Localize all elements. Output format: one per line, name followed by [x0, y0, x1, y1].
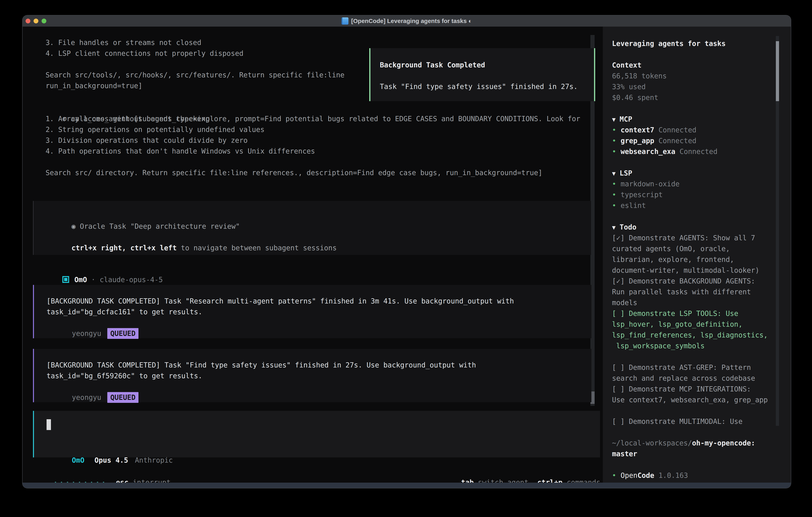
statusbar-right: tab switch agentctrl+p commands [444, 466, 601, 477]
oracle-task-line: ◉ Oracle Task "Deep architecture review" [46, 210, 240, 221]
minimize-window-button[interactable] [34, 19, 38, 23]
message-author: yeongyu [72, 329, 101, 337]
oracle-task-label: Oracle Task "Deep architecture review" [76, 222, 240, 230]
queued-badge: QUEUED [107, 392, 139, 403]
todo-item-background-agents: [✓] Demonstrate BACKGROUND AGENTS:Run pa… [612, 276, 791, 308]
mcp-status: Connected [655, 137, 697, 145]
close-window-button[interactable] [26, 19, 30, 23]
status-dot-icon: • [612, 126, 616, 134]
agent-header: OmO · claude-opus-4-5 [46, 264, 163, 274]
maximize-window-button[interactable] [41, 19, 46, 23]
status-dot-icon: • [612, 180, 616, 188]
lsp-item: •typescript [612, 189, 791, 200]
task-message-text: [BACKGROUND TASK COMPLETED] Task "Find t… [47, 360, 476, 371]
workspace-path: ~/local-workspaces/oh-my-opencode: [612, 438, 791, 448]
session-title: Leveraging agents for tasks [612, 38, 791, 49]
todo-heading: Todo [619, 223, 636, 231]
mcp-heading: MCP [619, 115, 632, 123]
context-used: 33% used [612, 81, 791, 92]
session-sidebar: Leveraging agents for tasks Context 66,5… [603, 27, 791, 483]
mcp-item: •context7 Connected [612, 125, 791, 135]
status-dot-icon: • [612, 191, 616, 199]
workspace-repo: oh-my-opencode: [692, 439, 755, 447]
window-bottom-bar [23, 483, 791, 488]
active-model-label: Opus 4.5 [94, 456, 128, 464]
mcp-section-header[interactable]: ▼MCP [612, 114, 791, 125]
provider-label: Anthropic [135, 456, 173, 464]
task-message-text: [BACKGROUND TASK COMPLETED] Task "Resear… [47, 296, 514, 306]
todo-item-lsp-tools: [ ] Demonstrate LSP TOOLS: Uselsp_hover,… [612, 308, 791, 351]
lsp-item: •eslint [612, 200, 791, 211]
todo-item-ast-grep: [ ] Demonstrate AST-GREP: Patternsearch … [612, 362, 791, 384]
task-message-meta: yeongyuQUEUED [47, 381, 139, 392]
sidebar-scrollbar-thumb[interactable] [776, 41, 779, 101]
app-name-regular: Open [620, 471, 637, 480]
status-dot-icon: • [612, 201, 616, 210]
lsp-item: •markdown-oxide [612, 179, 791, 189]
task-message-text: task_id="bg_dcfac161" to get results. [47, 306, 202, 317]
folder-icon [342, 18, 348, 25]
status-dot-icon: • [612, 137, 616, 145]
task-message-meta: yeongyuQUEUED [47, 317, 139, 328]
titlebar[interactable]: [OpenCode] Leveraging agents for tasks ◐ [23, 16, 791, 27]
mcp-name: grep_app [620, 137, 655, 145]
todo-item-multimodal: [ ] Demonstrate MULTIMODAL: Use [612, 416, 791, 427]
lsp-heading: LSP [619, 169, 632, 177]
mcp-item: •websearch_exa Connected [612, 146, 791, 157]
mcp-status: Connected [655, 126, 697, 134]
background-task-notification: Background Task Completed Task "Find typ… [369, 48, 595, 101]
chevron-down-icon: ▼ [612, 170, 616, 177]
record-icon: ◉ [71, 222, 76, 230]
chevron-down-icon: ▼ [612, 224, 616, 231]
todo-section-header[interactable]: ▼Todo [612, 222, 791, 233]
nav-hint-keys: ctrl+x right, ctrl+x left [71, 244, 177, 252]
mcp-name: websearch_exa [620, 147, 675, 156]
lsp-name: eslint [620, 201, 646, 210]
subagent-nav-hint: ctrl+x right, ctrl+x left to navigate be… [46, 232, 337, 243]
task-message-1[interactable]: [BACKGROUND TASK COMPLETED] Task "Resear… [33, 285, 591, 338]
lsp-section-header[interactable]: ▼LSP [612, 168, 791, 179]
notification-title: Background Task Completed [380, 60, 485, 71]
model-status-row: OmOOpus 4.5Anthropic [47, 444, 173, 455]
agent-model: claude-opus-4-5 [100, 276, 163, 284]
agent-omo-icon [62, 276, 69, 283]
tool-call-line: ⚙ call_omo_agent [subagent_type=explore,… [46, 103, 580, 113]
notification-body: Task "Find type safety issues" finished … [380, 81, 578, 92]
lsp-name: markdown-oxide [620, 180, 679, 188]
todo-item-agents: [✓] Demonstrate AGENTS: Show all 7curate… [612, 233, 791, 276]
window-title: [OpenCode] Leveraging agents for tasks ◐ [351, 18, 472, 24]
active-agent-label: OmO [72, 456, 84, 464]
tool-call-prompt-lines: 1. Array access without bounds checking2… [46, 113, 542, 178]
terminal-scrollback: 3. File handles or streams not closed4. … [46, 37, 345, 91]
statusbar-left: ·········esc interrupt [36, 466, 171, 477]
mcp-status: Connected [675, 147, 718, 156]
lsp-name: typescript [620, 191, 663, 199]
task-message-text: task_id="bg_6f59260c" to get results. [47, 371, 202, 381]
screen: { "window": { "title": "[OpenCode] Lever… [0, 0, 812, 517]
context-heading: Context [612, 60, 791, 71]
agent-separator: · [87, 276, 100, 284]
workspace-path-prefix: ~/local-workspaces/ [612, 439, 692, 447]
context-spent: $0.46 spent [612, 92, 791, 103]
mcp-name: context7 [620, 126, 655, 134]
mcp-item: •grep_app Connected [612, 135, 791, 146]
app-name-bold: Code [637, 471, 654, 480]
agent-name: OmO [74, 276, 87, 284]
queued-badge: QUEUED [107, 328, 139, 339]
nav-hint-text: to navigate between subagent sessions [177, 244, 337, 252]
text-cursor [47, 419, 51, 430]
oracle-task-box[interactable]: ◉ Oracle Task "Deep architecture review"… [33, 201, 591, 255]
terminal-window: [OpenCode] Leveraging agents for tasks ◐… [23, 16, 791, 488]
todo-item-mcp-integrations: [ ] Demonstrate MCP INTEGRATIONS:Use con… [612, 384, 791, 405]
app-version: 1.0.163 [655, 471, 688, 480]
task-message-2[interactable]: [BACKGROUND TASK COMPLETED] Task "Find t… [33, 349, 591, 402]
status-dot-icon: • [612, 147, 616, 156]
status-dot-icon: • [612, 471, 616, 480]
version-row: •OpenCode 1.0.163 [612, 470, 791, 481]
context-tokens: 66,518 tokens [612, 71, 791, 81]
message-author: yeongyu [72, 393, 101, 402]
chevron-down-icon: ▼ [612, 116, 616, 123]
workspace-branch: master [612, 448, 791, 459]
prompt-input[interactable]: OmOOpus 4.5Anthropic [33, 411, 600, 457]
